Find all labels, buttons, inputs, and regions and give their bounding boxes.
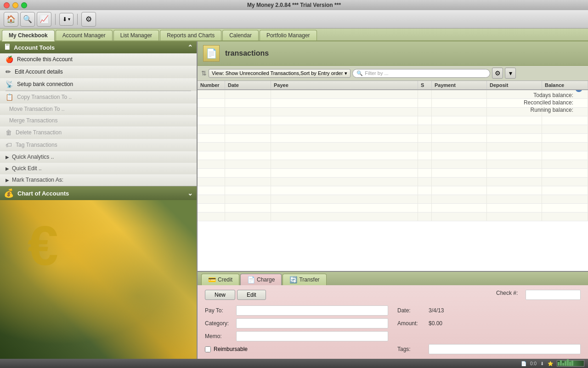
edit-button[interactable]: Edit <box>237 290 266 300</box>
window-controls <box>4 2 27 8</box>
credit-icon: 💳 <box>208 276 216 283</box>
toolbar-separator-2 <box>77 14 78 25</box>
tab-checkbook[interactable]: My Checkbook <box>2 30 55 41</box>
quick-analytics-item[interactable]: ▶ Quick Analytics .. <box>0 151 197 163</box>
new-button[interactable]: New <box>205 290 235 300</box>
table-row[interactable] <box>198 195 588 204</box>
quick-edit-label: Quick Edit .. <box>12 165 42 172</box>
pay-to-input[interactable] <box>236 305 388 316</box>
tab-account-manager[interactable]: Account Manager <box>56 30 113 40</box>
close-button[interactable] <box>4 2 10 8</box>
col-payee: Payee <box>271 81 418 89</box>
counter-value: 0:0 <box>530 361 537 366</box>
gear-button[interactable]: ⚙ <box>492 68 503 79</box>
tab-portfolio[interactable]: Portfolio Manager <box>260 30 317 40</box>
table-row[interactable] <box>198 151 588 160</box>
credit-tab[interactable]: 💳 Credit <box>201 274 239 285</box>
download-button[interactable]: ⬇ ▾ <box>59 13 74 26</box>
bank-connect-item[interactable]: 📡 Setup bank connection <box>0 78 197 91</box>
status-chart <box>557 360 584 367</box>
tab-reports[interactable]: Reports and Charts <box>160 30 221 40</box>
titlebar: My Money 2.0.84 *** Trial Version *** <box>0 0 588 10</box>
filter-box[interactable]: 🔍 Filter by ... <box>352 69 490 78</box>
table-row[interactable] <box>198 213 588 221</box>
mark-transaction-arrow: ▶ <box>6 178 9 183</box>
view-dropdown[interactable]: View: Show Unreconciled Transactions,Sor… <box>209 69 351 78</box>
move-transaction-item: Move Transaction To .. <box>0 104 197 115</box>
chart-accounts-collapse[interactable]: ⌄ <box>187 190 193 197</box>
check-number-input[interactable] <box>526 290 581 300</box>
col-deposit: Deposit <box>487 81 542 89</box>
table-row[interactable] <box>198 186 588 195</box>
charge-tab[interactable]: 📄 Charge <box>240 274 282 285</box>
account-tools-collapse[interactable]: ⌃ <box>187 44 193 51</box>
edit-account-icon: ✏ <box>6 68 11 75</box>
table-row[interactable] <box>198 134 588 143</box>
view-dropdown-arrow: ▾ <box>345 70 347 76</box>
tab-bar: My Checkbook Account Manager List Manage… <box>0 29 588 41</box>
reconcile-icon: 🍎 <box>6 56 13 63</box>
star-icon: ⭐ <box>548 361 553 366</box>
home-button[interactable]: 🏠 <box>4 12 18 27</box>
table-row[interactable] <box>198 169 588 178</box>
reconcile-item[interactable]: 🍎 Reconcile this Account <box>0 53 197 66</box>
col-date: Date <box>225 81 271 89</box>
copy-icon: 📋 <box>6 93 13 101</box>
reconciled-balance-label: Reconciled balance: <box>524 99 573 106</box>
amount-value: $0.00 <box>429 320 442 327</box>
status-page-icon: 📄 <box>521 361 526 366</box>
copy-label: Copy Transaction To .. <box>17 94 72 100</box>
maximize-button[interactable] <box>21 2 27 8</box>
filter-placeholder: Filter by ... <box>365 70 388 76</box>
entry-form: New Edit Check #: Pay To: Date: 3/4/13 <box>198 285 588 359</box>
main-content: 🖩 Account Tools ⌃ 🍎 Reconcile this Accou… <box>0 41 588 359</box>
col-balance: Balance <box>542 81 588 89</box>
tag-transactions-item: 🏷 Tag Transactions <box>0 139 197 151</box>
col-s: S <box>418 81 432 89</box>
chart-accounts-header: 💰 Chart of Accounts ⌄ <box>0 186 197 200</box>
account-tools-section: 🖩 Account Tools ⌃ 🍎 Reconcile this Accou… <box>0 41 197 186</box>
search-icon: 🔍 <box>356 70 363 76</box>
status-download-icon: ⬇ <box>540 361 544 366</box>
search-button[interactable]: 🔍 <box>20 12 35 27</box>
statusbar: 📄 0:0 ⬇ ⭐ <box>0 359 588 368</box>
table-row[interactable] <box>198 143 588 151</box>
table-row[interactable] <box>198 204 588 213</box>
chart-button[interactable]: 📈 <box>37 12 51 27</box>
status-star-icon: ⭐ <box>548 361 553 366</box>
table-row[interactable] <box>198 116 588 125</box>
tag-label: Tag Transactions <box>16 142 57 148</box>
copy-transaction-item: 📋 Copy Transaction To .. <box>0 91 197 104</box>
table-row[interactable] <box>198 178 588 186</box>
page-icon: 📄 <box>521 361 526 366</box>
chart-accounts-section: 💰 Chart of Accounts ⌄ <box>0 186 197 359</box>
tab-list-manager[interactable]: List Manager <box>113 30 159 40</box>
pay-to-row: Pay To: <box>205 305 388 316</box>
minimize-button[interactable] <box>12 2 18 8</box>
category-input[interactable] <box>236 318 388 328</box>
quick-analytics-label: Quick Analytics .. <box>12 154 54 160</box>
mark-transaction-item[interactable]: ▶ Mark Transaction As: <box>0 174 197 186</box>
settings-button[interactable]: ⚙ <box>81 12 96 27</box>
table-row[interactable] <box>198 160 588 169</box>
transactions-header-area: 📄 transactions Last reconciled: Todays b… <box>198 41 588 66</box>
transfer-tab[interactable]: 🔄 Transfer <box>283 274 326 285</box>
memo-input[interactable] <box>236 331 388 341</box>
amount-label: Amount: <box>397 320 425 327</box>
expand-button[interactable]: ▾ <box>505 68 516 79</box>
new-edit-row: New Edit Check #: <box>205 290 581 300</box>
tags-input[interactable] <box>429 344 581 354</box>
quick-edit-arrow: ▶ <box>6 166 9 171</box>
edit-account-item[interactable]: ✏ Edit Account details <box>0 66 197 78</box>
reimbursable-checkbox[interactable] <box>205 346 211 352</box>
tab-calendar[interactable]: Calendar <box>222 30 259 40</box>
edit-account-label: Edit Account details <box>15 69 63 75</box>
table-header: Number Date Payee S Payment Deposit Bala… <box>198 81 588 90</box>
category-row: Category: <box>205 318 388 328</box>
chart-accounts-title: Chart of Accounts <box>17 190 69 197</box>
quick-edit-item[interactable]: ▶ Quick Edit .. <box>0 163 197 174</box>
account-tools-header: 🖩 Account Tools ⌃ <box>0 41 197 53</box>
table-row[interactable] <box>198 125 588 134</box>
memo-label: Memo: <box>205 333 232 339</box>
charge-icon: 📄 <box>247 276 255 283</box>
